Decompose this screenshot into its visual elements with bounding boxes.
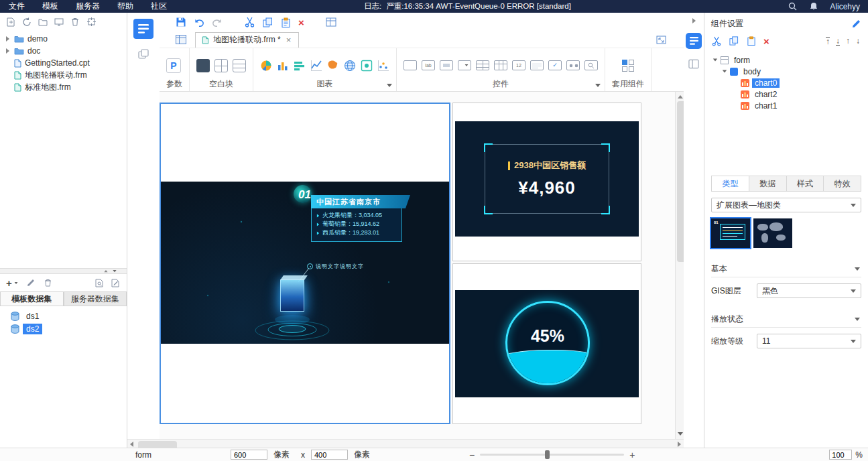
delete-dataset-icon[interactable] — [43, 277, 54, 288]
combobox-widget-icon[interactable] — [458, 60, 471, 70]
notification-bell-icon[interactable] — [808, 1, 819, 12]
tab-type[interactable]: 类型 — [712, 176, 749, 191]
tree-item-chart0[interactable]: chart0 — [711, 77, 861, 88]
zoom-level-select[interactable]: 11 — [757, 334, 861, 348]
collapse-down-icon[interactable] — [113, 270, 116, 272]
close-tab-icon[interactable]: × — [285, 36, 293, 44]
zoom-out-icon[interactable]: − — [469, 450, 475, 460]
collapse-icon[interactable] — [713, 59, 717, 62]
file-tree-item-demo[interactable]: demo — [0, 33, 127, 45]
menu-help[interactable]: 帮助 — [109, 0, 142, 13]
expand-icon[interactable] — [6, 36, 9, 42]
tab-block-icon[interactable] — [214, 59, 228, 72]
adaptive-layout-icon[interactable] — [656, 34, 666, 45]
tab-data[interactable]: 数据 — [749, 176, 787, 191]
widget-settings-toggle-button[interactable] — [686, 33, 702, 49]
scroll-up-icon[interactable] — [678, 95, 683, 98]
new-template-icon[interactable] — [5, 17, 16, 27]
redo-icon[interactable] — [212, 17, 223, 27]
move-down-icon[interactable]: ↓ — [856, 37, 860, 45]
copy-icon[interactable] — [262, 17, 273, 27]
tab-style[interactable]: 样式 — [787, 176, 824, 191]
locate-icon[interactable] — [86, 17, 97, 27]
form-canvas[interactable]: 01 中国江苏省南京市 火龙果销量：3,034.05 葡萄销量：15,914.6… — [160, 103, 641, 424]
bar-chart-icon[interactable] — [294, 60, 306, 72]
collapse-panel-icon[interactable] — [692, 18, 696, 23]
report-block-icon[interactable] — [233, 59, 246, 72]
edit-icon[interactable] — [851, 18, 861, 29]
gauge-block[interactable]: 45% — [452, 263, 641, 424]
radio-widget-icon[interactable] — [566, 60, 580, 70]
map-chart-icon[interactable] — [327, 60, 339, 72]
number-widget-icon[interactable]: 12 — [512, 60, 525, 70]
horizontal-scrollbar[interactable] — [127, 439, 684, 448]
parameter-pane-icon[interactable]: P — [166, 58, 181, 73]
file-tree-item-map-carousel[interactable]: 地图轮播联动.frm — [0, 69, 127, 81]
move-up-icon[interactable]: ↑ — [846, 37, 850, 45]
tree-item-chart2[interactable]: chart2 — [711, 88, 861, 100]
column-chart-icon[interactable] — [277, 60, 289, 72]
edit-dataset-icon[interactable] — [25, 277, 36, 288]
absolute-canvas-block-icon[interactable] — [196, 59, 210, 72]
report-widget-icon[interactable] — [494, 60, 507, 70]
menu-template[interactable]: 模板 — [34, 0, 67, 13]
canvas-height-input[interactable] — [311, 450, 348, 460]
tree-item-body[interactable]: body — [711, 66, 861, 77]
add-dataset-button[interactable]: + — [6, 278, 19, 288]
file-tree-item-gettingstarted[interactable]: GettingStarted.cpt — [0, 57, 127, 69]
world-map-thumbnail[interactable] — [753, 218, 792, 248]
tree-item-form[interactable]: form — [711, 54, 861, 66]
section-basic[interactable]: 基本 — [711, 261, 861, 277]
reuse-component-icon[interactable] — [621, 59, 635, 72]
move-to-bottom-icon[interactable]: ↓ — [836, 37, 840, 46]
gis-layer-select[interactable]: 黑色 — [757, 283, 861, 298]
collapse-icon[interactable] — [723, 70, 727, 73]
textarea-widget-icon[interactable] — [530, 60, 544, 70]
dataset-item-ds2[interactable]: ds2 — [0, 322, 127, 335]
copy-icon[interactable] — [729, 36, 739, 46]
scrollbar-thumb[interactable] — [677, 101, 684, 262]
paste-icon[interactable] — [280, 17, 291, 27]
scroll-down-icon[interactable] — [678, 432, 683, 436]
gauge-chart[interactable]: 45% — [455, 290, 639, 397]
chart-group-expand-icon[interactable] — [387, 84, 392, 87]
delete-icon[interactable]: × — [763, 36, 769, 46]
search-icon[interactable] — [787, 1, 798, 12]
tab-template-dataset[interactable]: 模板数据集 — [0, 291, 64, 306]
query-widget-icon[interactable] — [584, 60, 598, 70]
paste-icon[interactable] — [746, 36, 757, 46]
canvas-width-input[interactable] — [231, 450, 267, 460]
zoom-in-icon[interactable]: + — [629, 450, 635, 460]
file-tree-item-standard-map[interactable]: 标准地图.frm — [0, 81, 127, 93]
refresh-icon[interactable] — [21, 17, 32, 27]
zoom-percent-input[interactable] — [829, 450, 852, 460]
line-chart-icon[interactable] — [310, 60, 322, 72]
section-play-state[interactable]: 播放状态 — [711, 312, 861, 328]
zoom-slider-thumb[interactable] — [545, 450, 550, 459]
expand-icon[interactable] — [6, 48, 9, 54]
form-view-icon[interactable] — [176, 34, 186, 45]
username[interactable]: Alicehyy — [830, 2, 860, 11]
chart-type-select[interactable]: 扩展图表—地图类 — [711, 198, 861, 212]
collapse-up-icon[interactable] — [104, 270, 107, 272]
layers-icon[interactable] — [138, 49, 149, 60]
preview-icon[interactable] — [54, 17, 64, 27]
preview-dataset-icon[interactable] — [94, 277, 105, 288]
tab-server-dataset[interactable]: 服务器数据集 — [64, 291, 127, 306]
new-folder-icon[interactable] — [38, 17, 48, 27]
button-widget-icon[interactable] — [440, 60, 453, 70]
dataset-item-ds1[interactable]: ds1 — [0, 310, 127, 322]
menu-community[interactable]: 社区 — [142, 0, 176, 13]
widget-group-expand-icon[interactable] — [595, 84, 601, 87]
label-widget-icon[interactable]: lab — [422, 60, 435, 70]
delete-icon[interactable]: × — [298, 17, 304, 27]
save-icon[interactable] — [176, 17, 186, 27]
gis-map-icon[interactable] — [344, 60, 356, 72]
pie-chart-icon[interactable] — [260, 60, 272, 72]
layout-panel-icon[interactable] — [688, 58, 699, 69]
checkbox-widget-icon[interactable]: ✓ — [548, 60, 562, 70]
tree-item-chart1[interactable]: chart1 — [711, 100, 861, 111]
map-chart[interactable]: 01 中国江苏省南京市 火龙果销量：3,034.05 葡萄销量：15,914.6… — [161, 182, 449, 344]
scroll-right-icon[interactable] — [678, 442, 681, 447]
tab-effect[interactable]: 特效 — [824, 176, 861, 191]
